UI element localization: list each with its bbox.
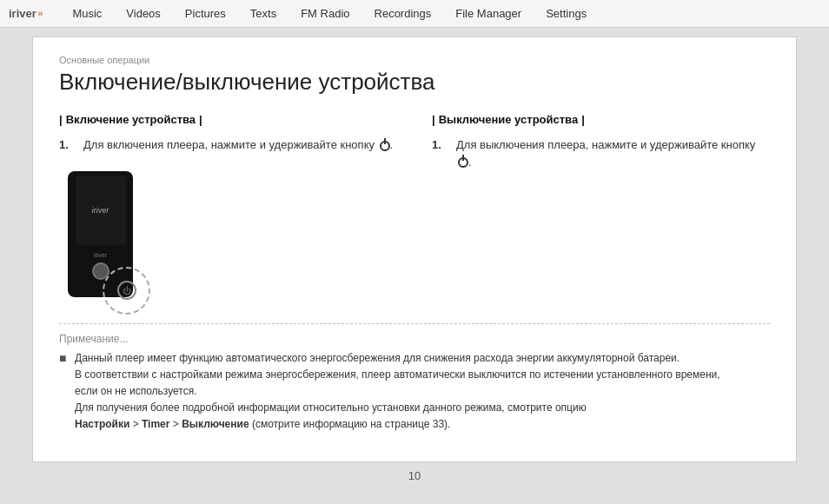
right-step-1: 1. Для выключения плеера, нажмите и удер…: [432, 136, 770, 170]
right-step-text: Для выключения плеера, нажмите и удержив…: [456, 136, 770, 170]
page-title: Включение/выключение устройства: [59, 69, 770, 96]
note-label: Примечание...: [59, 333, 770, 345]
device-illustration: iriver lriver ⏻: [59, 167, 233, 306]
content-card: Основные операции Включение/выключение у…: [32, 36, 797, 462]
logo-chevron: »: [38, 9, 43, 18]
highlight-icon: ⏻: [123, 286, 131, 295]
note-off: Выключение: [182, 418, 249, 430]
nav-item-music[interactable]: Music: [60, 0, 114, 28]
nav-item-file-manager[interactable]: File Manager: [443, 0, 534, 28]
right-step-num: 1.: [432, 136, 449, 170]
left-step-num: 1.: [59, 136, 76, 154]
logo-text: iriver: [9, 7, 36, 20]
nav-item-videos[interactable]: Videos: [114, 0, 173, 28]
note-section: Примечание... ■ Данный плеер имеет функц…: [59, 323, 770, 434]
note-content: ■ Данный плеер имеет функцию автоматичес…: [59, 350, 770, 434]
right-section-heading: Выключение устройства: [432, 113, 770, 126]
button-highlight: ⏻: [103, 267, 150, 315]
nav-item-recordings[interactable]: Recordings: [362, 0, 444, 28]
col-left: Включение устройства 1. Для включения пл…: [59, 113, 414, 306]
power-icon-right: [458, 157, 468, 168]
left-step-text: Для включения плеера, нажмите и удержива…: [83, 136, 393, 154]
device-brand-label: lriver: [76, 252, 126, 258]
page-number: 10: [408, 469, 421, 482]
breadcrumb: Основные операции: [59, 55, 770, 65]
nav-item-fm-radio[interactable]: FM Radio: [288, 0, 361, 28]
nav-item-pictures[interactable]: Pictures: [173, 0, 238, 28]
power-icon-left: [380, 141, 390, 151]
two-col-layout: Включение устройства 1. Для включения пл…: [59, 113, 770, 306]
main-wrapper: Основные операции Включение/выключение у…: [0, 28, 829, 504]
nav-logo[interactable]: iriver »: [9, 7, 43, 20]
nav-bar: iriver » Music Videos Pictures Texts FM …: [0, 0, 829, 28]
nav-item-texts[interactable]: Texts: [238, 0, 288, 28]
note-text: Данный плеер имеет функцию автоматическо…: [75, 350, 770, 434]
device-screen: iriver: [76, 176, 126, 245]
note-timer: Timer: [142, 418, 169, 430]
button-highlight-inner: ⏻: [117, 281, 136, 300]
note-bold-text: Настройки: [75, 418, 129, 430]
nav-item-settings[interactable]: Settings: [534, 0, 599, 28]
left-section-heading: Включение устройства: [59, 113, 397, 126]
device-logo-text: iriver: [92, 206, 109, 215]
col-right: Выключение устройства 1. Для выключения …: [414, 113, 770, 306]
left-step-1: 1. Для включения плеера, нажмите и удерж…: [59, 136, 397, 154]
note-bullet: ■: [59, 350, 68, 434]
